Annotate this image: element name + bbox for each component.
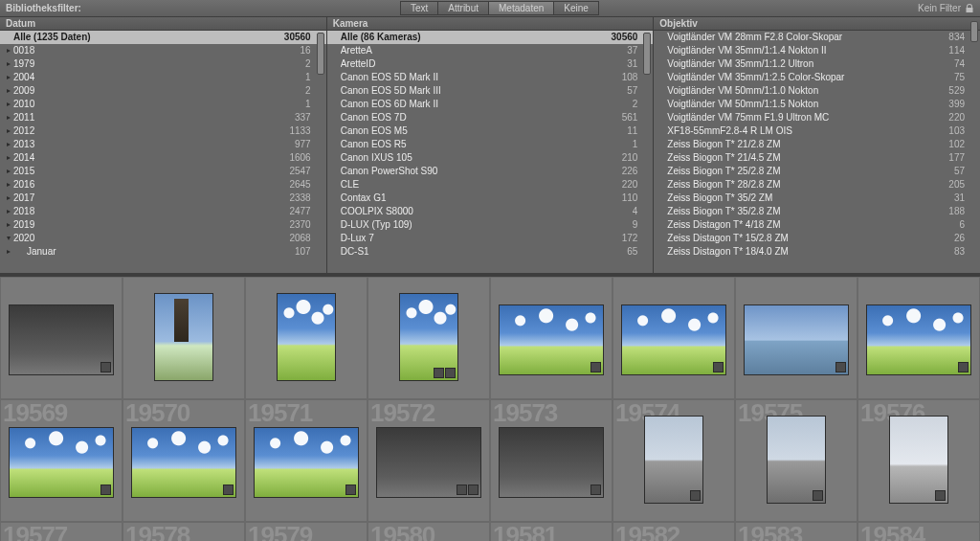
- thumbnail-image[interactable]: [767, 416, 826, 504]
- panel-date-list[interactable]: Alle (1235 Daten)30560▸001816▸19792▸2004…: [0, 31, 326, 273]
- filter-tab-none[interactable]: Keine: [553, 1, 599, 15]
- filter-row[interactable]: Contax G1110: [327, 192, 654, 205]
- filter-row[interactable]: Zeiss Distagon T* 18/4.0 ZM83: [654, 245, 980, 259]
- filter-row[interactable]: Voigtländer VM 75mm F1.9 Ultron MC220: [654, 111, 980, 124]
- filter-row[interactable]: ▸001816: [0, 44, 326, 57]
- filter-row[interactable]: D-LUX (Typ 109)9: [327, 218, 654, 232]
- scrollbar-thumb[interactable]: [317, 33, 324, 75]
- thumbnail-cell[interactable]: 19571: [245, 399, 368, 522]
- disclosure-triangle-icon[interactable]: ▸: [4, 207, 13, 215]
- disclosure-triangle-icon[interactable]: ▸: [4, 180, 13, 189]
- filter-row[interactable]: D-Lux 7172: [327, 232, 654, 245]
- scrollbar-thumb[interactable]: [970, 21, 978, 42]
- thumbnail-cell[interactable]: [245, 277, 368, 399]
- thumbnail-cell[interactable]: 19577: [0, 522, 122, 541]
- filter-row[interactable]: Zeiss Distagon T* 15/2.8 ZM26: [654, 232, 980, 245]
- filter-row[interactable]: ▾20202068: [0, 232, 326, 245]
- thumbnail-cell[interactable]: 19581: [490, 522, 612, 541]
- thumbnail-cell[interactable]: 19580: [368, 522, 490, 541]
- thumbnail-image[interactable]: [866, 304, 971, 375]
- filter-row[interactable]: Voigtländer VM 50mm/1:1.0 Nokton529: [654, 84, 980, 98]
- thumbnail-image[interactable]: [277, 293, 336, 381]
- disclosure-triangle-icon[interactable]: ▸: [4, 126, 13, 135]
- filter-row[interactable]: ▸19792: [0, 57, 326, 71]
- panel-lens-header[interactable]: Objektiv: [654, 17, 980, 31]
- thumbnail-cell[interactable]: [368, 277, 490, 399]
- filter-row[interactable]: AretteA37: [327, 44, 654, 57]
- filter-row[interactable]: Zeiss Biogon T* 21/2.8 ZM102: [654, 138, 980, 151]
- thumbnail-image[interactable]: [376, 427, 481, 498]
- thumbnail-cell[interactable]: 19576: [858, 399, 980, 522]
- filter-row[interactable]: Zeiss Biogon T* 25/2.8 ZM57: [654, 165, 980, 178]
- filter-row[interactable]: ▸20172338: [0, 192, 326, 205]
- panel-camera-header[interactable]: Kamera: [327, 17, 654, 31]
- thumbnail-image[interactable]: [744, 304, 849, 375]
- filter-row[interactable]: CLE220: [327, 178, 654, 192]
- thumbnail-cell[interactable]: [612, 277, 735, 399]
- filter-row[interactable]: Canon EOS 5D Mark III57: [327, 84, 654, 98]
- thumbnail-image[interactable]: [9, 304, 114, 375]
- no-filter-label[interactable]: Kein Filter: [918, 3, 961, 13]
- disclosure-triangle-icon[interactable]: ▸: [4, 220, 13, 229]
- filter-row[interactable]: Voigtländer VM 50mm/1:1.5 Nokton399: [654, 98, 980, 111]
- thumbnail-cell[interactable]: 19582: [612, 522, 735, 541]
- filter-row[interactable]: XF18-55mmF2.8-4 R LM OIS103: [654, 124, 980, 138]
- thumbnail-image[interactable]: [889, 416, 948, 504]
- filter-row[interactable]: Canon EOS M511: [327, 124, 654, 138]
- thumbnail-cell[interactable]: 19579: [245, 522, 368, 541]
- filter-row[interactable]: COOLPIX S80004: [327, 205, 654, 218]
- filter-row[interactable]: Canon EOS 6D Mark II2: [327, 98, 654, 111]
- disclosure-triangle-icon[interactable]: ▸: [4, 86, 13, 95]
- disclosure-triangle-icon[interactable]: ▸: [4, 73, 13, 81]
- filter-row[interactable]: Voigtländer VM 35mm/1:1.2 Ultron74: [654, 57, 980, 71]
- filter-row[interactable]: Canon EOS 7D561: [327, 111, 654, 124]
- filter-row[interactable]: ▸2011337: [0, 111, 326, 124]
- disclosure-triangle-icon[interactable]: ▸: [4, 140, 13, 148]
- filter-row[interactable]: Zeiss Biogon T* 35/2.8 ZM188: [654, 205, 980, 218]
- filter-row[interactable]: ▸20121133: [0, 124, 326, 138]
- panel-date-header[interactable]: Datum: [0, 17, 326, 31]
- thumbnail-image[interactable]: [499, 304, 604, 375]
- filter-tab-attribute[interactable]: Attribut: [437, 1, 488, 15]
- thumbnail-cell[interactable]: 19578: [122, 522, 245, 541]
- filter-row[interactable]: Voigtländer VM 35mm/1:2.5 Color-Skopar75: [654, 71, 980, 84]
- filter-row[interactable]: ▸20182477: [0, 205, 326, 218]
- scrollbar-thumb[interactable]: [643, 33, 651, 75]
- filter-row[interactable]: ▸20152547: [0, 165, 326, 178]
- thumbnail-cell[interactable]: 19584: [858, 522, 980, 541]
- disclosure-triangle-icon[interactable]: ▸: [4, 59, 13, 68]
- filter-row[interactable]: Canon EOS R51: [327, 138, 654, 151]
- disclosure-triangle-icon[interactable]: ▸: [4, 193, 13, 202]
- thumbnail-cell[interactable]: 19572: [368, 399, 490, 522]
- thumbnail-grid-viewport[interactable]: 1956919570195711957219573195741957519576…: [0, 277, 980, 541]
- thumbnail-cell[interactable]: 19574: [612, 399, 735, 522]
- filter-row[interactable]: Canon PowerShot S90226: [327, 165, 654, 178]
- filter-row[interactable]: ▸20162645: [0, 178, 326, 192]
- filter-row[interactable]: ▸20101: [0, 98, 326, 111]
- thumbnail-image[interactable]: [154, 293, 213, 381]
- filter-tab-metadata[interactable]: Metadaten: [488, 1, 553, 15]
- filter-row[interactable]: Canon IXUS 105210: [327, 151, 654, 165]
- thumbnail-image[interactable]: [499, 427, 604, 498]
- filter-tab-text[interactable]: Text: [400, 1, 437, 15]
- lock-icon[interactable]: [965, 4, 974, 13]
- thumbnail-cell[interactable]: 19575: [735, 399, 858, 522]
- thumbnail-image[interactable]: [131, 427, 236, 498]
- thumbnail-image[interactable]: [399, 293, 458, 381]
- filter-row[interactable]: Zeiss Biogon T* 28/2.8 ZM205: [654, 178, 980, 192]
- disclosure-triangle-icon[interactable]: ▸: [4, 100, 13, 108]
- filter-row[interactable]: ▸20092: [0, 84, 326, 98]
- disclosure-triangle-icon[interactable]: ▸: [4, 167, 13, 175]
- thumbnail-cell[interactable]: [735, 277, 858, 399]
- filter-row[interactable]: ▸20141606: [0, 151, 326, 165]
- filter-row[interactable]: Voigtländer VM 28mm F2.8 Color-Skopar834: [654, 31, 980, 44]
- filter-row[interactable]: Canon EOS 5D Mark II108: [327, 71, 654, 84]
- filter-row[interactable]: ▸20041: [0, 71, 326, 84]
- filter-row[interactable]: Voigtländer VM 35mm/1:1.4 Nokton II114: [654, 44, 980, 57]
- panel-camera-list[interactable]: Alle (86 Kameras)30560AretteA37AretteID3…: [327, 31, 654, 273]
- thumbnail-cell[interactable]: [0, 277, 122, 399]
- thumbnail-cell[interactable]: 19570: [122, 399, 245, 522]
- filter-row[interactable]: ▸2013977: [0, 138, 326, 151]
- thumbnail-cell[interactable]: [122, 277, 245, 399]
- filter-row[interactable]: AretteID31: [327, 57, 654, 71]
